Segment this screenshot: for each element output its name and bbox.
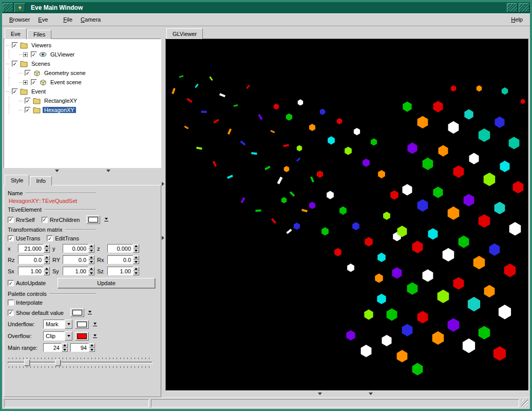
slider-handle-max[interactable] <box>55 360 61 366</box>
titlebar[interactable]: Eve Main Window <box>2 2 530 13</box>
rx-input[interactable] <box>107 255 133 264</box>
update-button[interactable]: Update <box>58 278 155 288</box>
spin-down-button[interactable] <box>133 260 139 265</box>
spin-down-button[interactable] <box>88 260 94 265</box>
tree-checkbox[interactable]: ✓ <box>12 42 18 48</box>
default-color-select[interactable] <box>70 308 84 317</box>
default-color-dropdown[interactable] <box>87 308 93 317</box>
horizontal-splitter[interactable] <box>4 168 161 174</box>
menu-browser[interactable]: Browser <box>5 15 34 24</box>
tab-eve[interactable]: Eve <box>5 28 27 39</box>
usetrans-checkbox[interactable]: ✓ UseTrans <box>8 235 40 241</box>
spin-up-button[interactable] <box>88 255 94 260</box>
tree-item-scenes[interactable]: ✓Scenes <box>5 59 160 68</box>
main-color-select[interactable] <box>86 215 100 224</box>
spin-up-button[interactable] <box>44 267 50 271</box>
window-menu-button[interactable] <box>3 3 13 12</box>
vertical-splitter[interactable] <box>161 28 165 397</box>
ry-input[interactable] <box>63 255 88 264</box>
tree-item-label[interactable]: Event <box>30 88 47 95</box>
app-icon[interactable] <box>14 3 25 12</box>
range-min-input[interactable] <box>43 343 62 352</box>
tree-item-viewers[interactable]: ✓Viewers <box>5 41 160 50</box>
tree-item-label[interactable]: Scenes <box>30 61 52 67</box>
tree-checkbox[interactable]: ✓ <box>12 88 18 95</box>
spin-down-button[interactable] <box>133 249 139 253</box>
overflow-combo[interactable]: Clip <box>43 331 72 341</box>
combo-arrow-button[interactable] <box>65 331 72 341</box>
menu-camera[interactable]: Camera <box>77 15 105 24</box>
main-range-slider[interactable] <box>8 357 153 369</box>
rz-input[interactable] <box>18 255 44 264</box>
spin-up-button[interactable] <box>133 244 139 249</box>
menu-eve[interactable]: Eve <box>34 15 52 24</box>
range-max-input[interactable] <box>70 343 89 352</box>
spin-down-button[interactable] <box>88 249 94 253</box>
rnrself-checkbox[interactable]: ✓ RnrSelf <box>8 217 35 223</box>
spin-up-button[interactable] <box>133 255 139 260</box>
tab-glviewer[interactable]: GLViewer <box>166 28 203 39</box>
expander-icon[interactable]: + <box>23 80 28 85</box>
tree-item-label[interactable]: Event scene <box>49 79 83 85</box>
tree-checkbox[interactable]: ✓ <box>31 79 37 85</box>
tree-item-label[interactable]: RectangleXY <box>43 98 79 104</box>
tab-files[interactable]: Files <box>27 30 51 39</box>
tree-item-label[interactable]: HexagonXY <box>43 107 76 113</box>
tree-checkbox[interactable]: ✓ <box>25 98 31 104</box>
spin-down-button[interactable] <box>89 348 95 352</box>
gl-viewport[interactable] <box>165 39 529 391</box>
tree-item-rectanglexy[interactable]: ✓RectangleXY <box>5 96 160 105</box>
tree-item-label[interactable]: Viewers <box>30 42 53 48</box>
underflow-color-dropdown[interactable] <box>91 320 98 329</box>
edittrans-checkbox[interactable]: ✓ EditTrans <box>47 235 79 241</box>
menu-help[interactable]: Help <box>507 15 527 24</box>
spin-up-button[interactable] <box>88 244 94 249</box>
show-default-checkbox[interactable]: ✓ Show default value <box>8 310 64 316</box>
z-input[interactable] <box>107 244 133 253</box>
spin-down-button[interactable] <box>44 271 50 276</box>
spin-down-button[interactable] <box>88 271 94 276</box>
overflow-color-select[interactable] <box>75 332 89 341</box>
spin-up-button[interactable] <box>133 267 139 271</box>
y-input[interactable] <box>63 244 88 253</box>
underflow-combo[interactable]: Mark <box>43 320 72 329</box>
menu-file[interactable]: File <box>59 15 77 24</box>
interpolate-checkbox[interactable]: Interpolate <box>8 300 43 306</box>
autoupdate-checkbox[interactable]: ✓ AutoUpdate <box>8 280 46 286</box>
spin-down-button[interactable] <box>44 260 50 265</box>
spin-up-button[interactable] <box>88 267 94 271</box>
tree-checkbox[interactable]: ✓ <box>25 107 31 113</box>
tree-checkbox[interactable]: ✓ <box>31 51 37 58</box>
combo-arrow-button[interactable] <box>65 320 72 329</box>
spin-up-button[interactable] <box>89 343 95 348</box>
tab-info[interactable]: Info <box>30 176 51 185</box>
spin-down-button[interactable] <box>44 249 50 253</box>
spin-down-button[interactable] <box>62 348 68 352</box>
resize-grip[interactable] <box>521 399 528 407</box>
sz-input[interactable] <box>107 267 133 275</box>
tree-item-hexagonxy[interactable]: ✓HexagonXY <box>5 105 160 115</box>
x-input[interactable] <box>18 244 44 253</box>
tree-item-geometry-scene[interactable]: ✓Geometry scene <box>5 68 160 78</box>
tab-style[interactable]: Style <box>5 175 29 185</box>
tree-item-label[interactable]: Geometry scene <box>43 70 87 76</box>
spin-up-button[interactable] <box>44 255 50 260</box>
underflow-color-select[interactable] <box>75 320 89 329</box>
maximize-button[interactable] <box>519 3 529 12</box>
rnrchildren-checkbox[interactable]: ✓ RnrChildren <box>42 217 80 223</box>
tree-item-label[interactable]: GLViewer <box>49 51 76 58</box>
tree-item-glviewer[interactable]: +✓GLViewer <box>5 50 160 59</box>
tree-checkbox[interactable]: ✓ <box>25 70 31 76</box>
spin-up-button[interactable] <box>62 343 68 348</box>
sy-input[interactable] <box>63 267 88 275</box>
tree-item-event[interactable]: ✓Event <box>5 87 160 96</box>
tree-checkbox[interactable]: ✓ <box>12 61 18 67</box>
spin-up-button[interactable] <box>44 244 50 249</box>
sx-input[interactable] <box>18 267 44 275</box>
tree-item-event-scene[interactable]: +✓Event scene <box>5 78 160 87</box>
spin-down-button[interactable] <box>133 271 139 276</box>
main-color-dropdown[interactable] <box>103 215 109 224</box>
overflow-color-dropdown[interactable] <box>91 332 98 341</box>
slider-handle-min[interactable] <box>24 360 30 366</box>
minimize-button[interactable] <box>507 3 518 12</box>
